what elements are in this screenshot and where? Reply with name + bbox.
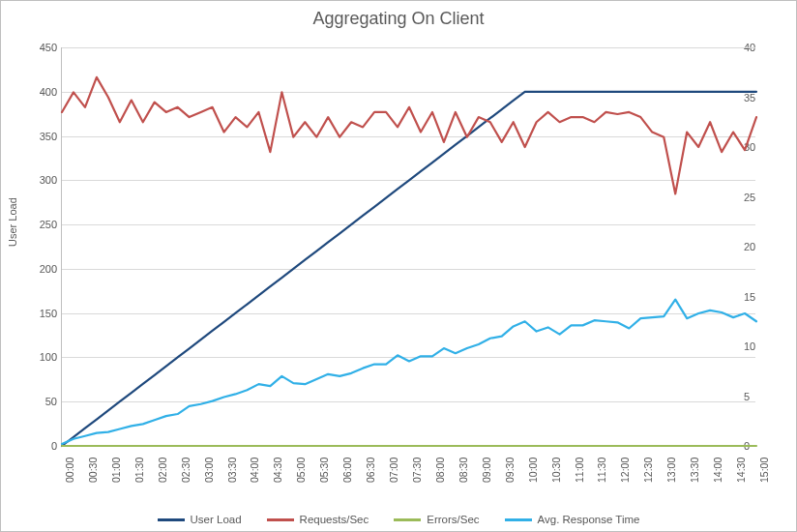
x-tick-label: 03:30 <box>226 458 238 483</box>
y-left-tick-label: 400 <box>18 86 57 98</box>
x-tick-label: 13:30 <box>689 458 700 483</box>
x-tick-label: 04:00 <box>249 458 260 483</box>
y-left-tick-label: 350 <box>18 131 57 142</box>
x-tick-label: 06:00 <box>341 458 353 483</box>
y-left-tick-label: 50 <box>18 396 57 407</box>
legend-swatch <box>158 518 185 521</box>
x-tick-label: 01:30 <box>133 458 145 483</box>
legend-item-requests-sec: Requests/Sec <box>267 514 369 525</box>
y-left-tick-label: 300 <box>18 174 57 186</box>
y-axis-left-title: User Load <box>7 197 18 247</box>
legend-swatch <box>505 518 532 521</box>
series-line <box>62 77 756 194</box>
x-tick-label: 14:00 <box>712 458 723 483</box>
legend-label: Requests/Sec <box>300 514 369 525</box>
x-tick-label: 05:00 <box>295 458 307 483</box>
chart-title: Aggregating On Client <box>1 9 796 29</box>
legend-swatch <box>267 518 294 521</box>
x-tick-label: 00:00 <box>64 458 75 483</box>
x-tick-label: 10:00 <box>527 458 539 483</box>
legend-item-avg-response-time: Avg. Response Time <box>505 514 640 525</box>
x-tick-label: 11:00 <box>574 458 585 483</box>
legend-item-errors-sec: Errors/Sec <box>394 514 479 525</box>
y-left-tick-label: 450 <box>18 42 57 53</box>
x-tick-label: 08:00 <box>434 458 446 483</box>
x-tick-label: 15:00 <box>758 458 770 483</box>
x-tick-label: 09:00 <box>481 458 492 483</box>
x-tick-label: 12:30 <box>642 458 654 483</box>
legend-swatch <box>394 518 421 521</box>
y-left-tick-label: 0 <box>18 440 57 452</box>
x-axis-ticks: 00:0000:3001:0001:3002:0002:3003:0003:30… <box>61 448 755 496</box>
x-tick-label: 09:30 <box>504 458 516 483</box>
x-tick-label: 07:30 <box>411 458 423 483</box>
x-tick-label: 08:30 <box>458 458 469 483</box>
x-tick-label: 06:30 <box>365 458 376 483</box>
x-tick-label: 02:00 <box>157 458 168 483</box>
legend-label: User Load <box>191 514 242 525</box>
x-tick-label: 02:30 <box>180 458 192 483</box>
series-line <box>62 300 756 444</box>
plot-area <box>61 47 755 446</box>
x-tick-label: 13:00 <box>665 458 677 483</box>
y-left-tick-label: 150 <box>18 308 57 319</box>
x-tick-label: 01:00 <box>110 458 122 483</box>
x-tick-label: 05:30 <box>318 458 330 483</box>
x-tick-label: 14:30 <box>735 458 747 483</box>
y-left-tick-label: 200 <box>18 263 57 275</box>
x-tick-label: 04:30 <box>272 458 283 483</box>
x-tick-label: 12:00 <box>619 458 631 483</box>
legend-item-user-load: User Load <box>158 514 242 525</box>
legend: User Load Requests/Sec Errors/Sec Avg. R… <box>1 514 796 525</box>
chart-series-svg <box>62 47 756 446</box>
x-tick-label: 07:00 <box>388 458 399 483</box>
x-tick-label: 10:30 <box>550 458 562 483</box>
y-left-tick-label: 100 <box>18 351 57 363</box>
x-tick-label: 00:30 <box>87 458 99 483</box>
series-line <box>62 92 756 446</box>
x-tick-label: 11:30 <box>596 458 607 483</box>
chart-frame: Aggregating On Client User Load Throughp… <box>0 0 797 532</box>
y-left-tick-label: 250 <box>18 219 57 230</box>
legend-label: Avg. Response Time <box>538 514 640 525</box>
x-tick-label: 03:00 <box>203 458 215 483</box>
legend-label: Errors/Sec <box>427 514 479 525</box>
